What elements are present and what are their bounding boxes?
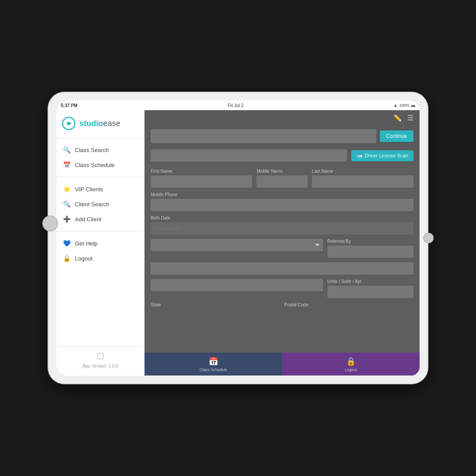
street-address-group <box>151 279 323 298</box>
logo-ease: ease <box>103 119 120 128</box>
sidebar-divider-mid <box>56 177 144 177</box>
tablet-frame: 5:37 PM Fri Jul 2 ▲ 100% ▬ <box>48 93 428 383</box>
extra-field <box>151 262 413 275</box>
dl-scan-row: 🪪 Driver License Scan <box>145 147 420 164</box>
birthdate-row: Birth Date <box>151 216 413 234</box>
sidebar-divider-bot <box>56 231 144 231</box>
logo-studio: studio <box>79 119 103 128</box>
state-postal-row: State Postal Code <box>151 302 413 307</box>
tab-logout[interactable]: 🔒 Logout <box>282 353 420 376</box>
sidebar-divider-top <box>56 138 144 138</box>
sidebar-item-get-help[interactable]: 💙 Get Help <box>56 236 144 251</box>
state-group: State <box>151 302 280 307</box>
form-section: First Name Middle Name Last Name <box>145 164 420 353</box>
sidebar-item-client-search[interactable]: 🔍 Client Search <box>56 197 144 212</box>
mobile-phone-input[interactable] <box>151 199 413 211</box>
sidebar-checkbox[interactable] <box>97 353 104 359</box>
birth-date-group: Birth Date <box>151 216 413 234</box>
sidebar-item-label-help: Get Help <box>75 240 97 247</box>
class-schedule-tab-icon: 📅 <box>208 357 218 366</box>
referred-by-input[interactable] <box>327 245 413 258</box>
sidebar-footer: App Version: 1.0.0 <box>56 346 144 376</box>
continue-button[interactable]: Continue <box>380 130 413 142</box>
phone-row: Mobile Phone <box>151 192 413 211</box>
app-version: App Version: 1.0.0 <box>56 361 144 371</box>
middle-name-label: Middle Name <box>257 169 307 174</box>
class-schedule-icon: 📅 <box>63 161 71 168</box>
client-search-icon: 🔍 <box>63 201 71 208</box>
name-row: First Name Middle Name Last Name <box>151 169 413 188</box>
menu-icon[interactable]: ☰ <box>407 114 413 122</box>
id-card-icon: 🪪 <box>357 153 363 159</box>
last-name-group: Last Name <box>312 169 413 188</box>
mobile-phone-label: Mobile Phone <box>151 192 413 197</box>
logout-tab-icon: 🔒 <box>346 357 356 366</box>
sidebar-item-label-logout: Logout <box>75 255 93 262</box>
logo-icon <box>62 116 76 130</box>
status-time: 5:37 PM <box>61 103 78 108</box>
tab-class-schedule[interactable]: 📅 Class Schedule <box>145 353 282 376</box>
header-icons: ✏️ ☰ <box>393 114 413 122</box>
first-name-label: First Name <box>151 169 252 174</box>
last-name-input[interactable] <box>312 175 413 188</box>
search-input-bar <box>151 129 376 143</box>
extra-row <box>151 262 413 275</box>
class-search-icon: 🔍 <box>63 146 71 153</box>
unit-suite-label: Unite / Suite / Apt <box>327 279 413 284</box>
wifi-icon: ▲ <box>394 103 398 108</box>
sidebar-nav-section: 🔍 Class Search 📅 Class Schedule <box>56 140 144 175</box>
referred-by-group: Referred By <box>327 239 413 258</box>
postal-code-label: Postal Code <box>284 302 413 307</box>
dl-scan-button[interactable]: 🪪 Driver License Scan <box>351 150 413 161</box>
first-name-input[interactable] <box>151 175 252 188</box>
sidebar-support-section: 💙 Get Help 🔒 Logout <box>56 233 144 268</box>
edit-icon[interactable]: ✏️ <box>393 114 402 122</box>
street-address-input[interactable] <box>151 279 323 291</box>
middle-name-group: Middle Name <box>257 169 307 188</box>
middle-name-input[interactable] <box>257 175 307 188</box>
referred-select-group <box>151 239 323 258</box>
logout-tab-label: Logout <box>345 368 357 372</box>
mobile-phone-group: Mobile Phone <box>151 192 413 211</box>
sidebar-item-label-class-schedule: Class Schedule <box>75 162 115 168</box>
referred-row: Referred By <box>151 239 413 258</box>
status-bar: 5:37 PM Fri Jul 2 ▲ 100% ▬ <box>56 100 420 110</box>
birth-date-label: Birth Date <box>151 216 413 220</box>
sidebar-item-label-add-client: Add Client <box>75 216 101 223</box>
battery-level: 100% <box>399 103 409 108</box>
sidebar-item-logout[interactable]: 🔒 Logout <box>56 251 144 266</box>
sidebar-item-add-client[interactable]: ➕ Add Client <box>56 212 144 227</box>
get-help-icon: 💙 <box>63 240 71 247</box>
birth-date-input[interactable] <box>151 222 413 234</box>
tablet-screen: 5:37 PM Fri Jul 2 ▲ 100% ▬ <box>56 100 420 376</box>
status-icons: ▲ 100% ▬ <box>394 103 415 108</box>
first-name-group: First Name <box>151 169 252 188</box>
referred-by-select[interactable] <box>151 239 323 251</box>
main-header: ✏️ ☰ <box>145 110 420 126</box>
logout-icon: 🔒 <box>63 255 71 262</box>
postal-code-group: Postal Code <box>284 302 413 307</box>
sidebar-item-class-schedule[interactable]: 📅 Class Schedule <box>56 157 144 172</box>
address-row: Unite / Suite / Apt <box>151 279 413 298</box>
status-date: Fri Jul 2 <box>228 103 244 108</box>
sidebar-item-vip-clients[interactable]: ⭐ VIP Clients <box>56 182 144 197</box>
referred-by-label: Referred By <box>327 239 413 244</box>
unit-suite-group: Unite / Suite / Apt <box>327 279 413 298</box>
sidebar: studioease 🔍 Class Search 📅 Class Schedu… <box>56 110 145 376</box>
state-label: State <box>151 302 280 307</box>
sidebar-item-class-search[interactable]: 🔍 Class Search <box>56 142 144 157</box>
sidebar-client-section: ⭐ VIP Clients 🔍 Client Search ➕ Add Clie… <box>56 179 144 229</box>
unit-suite-input[interactable] <box>327 286 413 298</box>
sidebar-item-label-client-search: Client Search <box>75 201 109 208</box>
sidebar-logo: studioease <box>56 110 144 136</box>
battery-icon: ▬ <box>411 103 415 108</box>
vip-clients-icon: ⭐ <box>63 186 71 193</box>
email-input-bar <box>151 149 347 162</box>
add-client-icon: ➕ <box>63 216 71 223</box>
bottom-tab-bar: 📅 Class Schedule 🔒 Logout <box>145 353 420 376</box>
sidebar-item-label-class-search: Class Search <box>75 147 109 153</box>
home-button[interactable] <box>423 233 434 243</box>
dl-scan-label: Driver License Scan <box>365 153 408 158</box>
sidebar-item-label-vip: VIP Clients <box>75 186 103 193</box>
last-name-label: Last Name <box>312 169 413 174</box>
